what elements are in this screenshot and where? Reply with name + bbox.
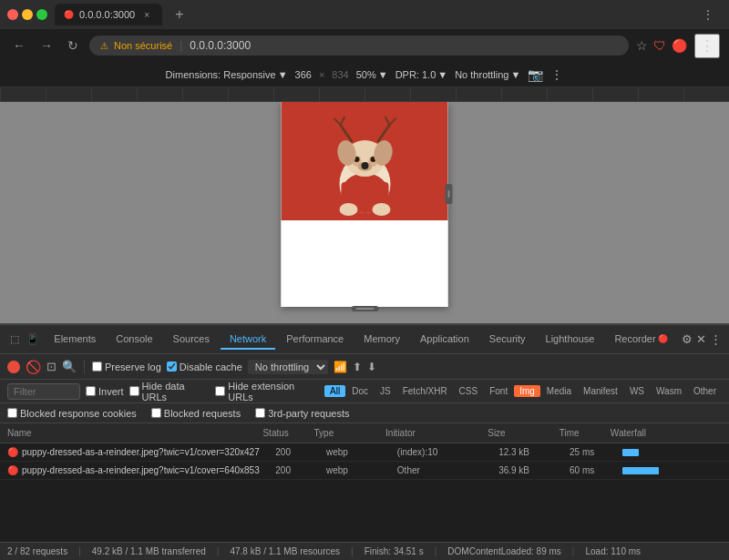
blocked-requests-checkbox[interactable]: Blocked requests	[151, 408, 241, 419]
hide-extension-urls-input[interactable]	[215, 386, 225, 396]
close-button[interactable]	[7, 9, 18, 20]
preserve-log-input[interactable]	[92, 361, 102, 372]
settings-icon[interactable]: ⚙	[682, 332, 693, 346]
back-button[interactable]: ←	[9, 36, 29, 55]
url-text: 0.0.0.0:3000	[190, 39, 251, 52]
zoom-dropdown[interactable]: 50%▼	[356, 69, 388, 80]
filter-input[interactable]	[7, 383, 80, 400]
dimensions-x: ×	[319, 69, 324, 80]
maximize-button[interactable]	[36, 9, 47, 20]
filter-bar: Invert Hide data URLs Hide extension URL…	[0, 380, 729, 403]
forward-button[interactable]: →	[36, 36, 56, 55]
tab-security[interactable]: Security	[480, 330, 535, 350]
inspect-icon[interactable]: ⬚	[7, 332, 22, 347]
tab-recorder[interactable]: Recorder 🔴	[605, 330, 676, 350]
network-table-headers: Name Status Type Initiator Size Time Wat…	[0, 423, 729, 443]
third-party-checkbox[interactable]: 3rd-party requests	[255, 408, 349, 419]
download-icon[interactable]: ⬇	[367, 361, 376, 373]
filter-wasm[interactable]: Wasm	[651, 385, 687, 397]
dimensions-dropdown[interactable]: Dimensions: Responsive ▼	[166, 69, 288, 80]
new-tab-button[interactable]: +	[169, 6, 189, 23]
status-sep5: |	[572, 546, 575, 556]
table-row[interactable]: 🔴 puppy-dressed-as-a-reindeer.jpeg?twic=…	[0, 462, 729, 480]
bookmark-icon[interactable]: ☆	[636, 38, 648, 53]
throttle-dropdown[interactable]: No throttling▼	[455, 69, 520, 80]
browser-tab[interactable]: 🔴 0.0.0.0:3000 ×	[55, 4, 162, 25]
disable-cache-checkbox[interactable]: Disable cache	[167, 361, 242, 372]
row-status: 200	[275, 447, 326, 457]
device-icon[interactable]: 📱	[26, 332, 40, 347]
dimensions-width: 366	[295, 69, 312, 80]
filter-js[interactable]: JS	[375, 385, 396, 397]
devtools-right-icons: ⚙ ✕ ⋮	[682, 332, 722, 346]
blocked-requests-input[interactable]	[151, 408, 161, 418]
invert-input[interactable]	[86, 386, 96, 396]
hide-extension-urls-checkbox[interactable]: Hide extension URLs	[215, 381, 319, 402]
filter-css[interactable]: CSS	[454, 385, 484, 397]
devtools-close-icon[interactable]: ✕	[696, 332, 706, 346]
devtools-tab-icons: ⬚ 📱	[7, 332, 40, 347]
search-icon[interactable]: 🔍	[62, 360, 77, 373]
bottom-handle[interactable]	[351, 306, 378, 311]
filter-font[interactable]: Font	[484, 385, 513, 397]
filter-other[interactable]: Other	[688, 385, 722, 397]
tab-lighthouse[interactable]: Lighthouse	[537, 330, 604, 350]
filter-media[interactable]: Media	[541, 385, 577, 397]
resize-handle[interactable]	[446, 184, 453, 204]
window-menu-icon[interactable]: ⋮	[694, 7, 722, 22]
filter-ws[interactable]: WS	[624, 385, 650, 397]
reload-button[interactable]: ↻	[64, 36, 82, 55]
tab-close-button[interactable]: ×	[140, 8, 153, 21]
devtools-more-icon[interactable]: ⋮	[710, 332, 722, 346]
tab-console[interactable]: Console	[107, 330, 161, 350]
preserve-log-checkbox[interactable]: Preserve log	[92, 361, 161, 372]
zoom-label: 50%	[356, 69, 376, 80]
tab-application[interactable]: Application	[411, 330, 478, 350]
header-time[interactable]: Time	[560, 428, 611, 438]
table-row[interactable]: 🔴 puppy-dressed-as-a-reindeer.jpeg?twic=…	[0, 443, 729, 462]
dog-image-svg	[282, 102, 448, 220]
title-bar: 🔴 0.0.0.0:3000 × + ⋮	[0, 0, 729, 29]
filter-manifest[interactable]: Manifest	[578, 385, 623, 397]
filter-img[interactable]: Img	[514, 385, 540, 397]
tab-elements[interactable]: Elements	[45, 330, 105, 350]
dpr-dropdown[interactable]: DPR: 1.0▼	[395, 69, 448, 80]
invert-checkbox[interactable]: Invert	[86, 386, 124, 397]
header-waterfall[interactable]: Waterfall	[611, 428, 713, 438]
header-status[interactable]: Status	[262, 428, 313, 438]
filter-fetch-xhr[interactable]: Fetch/XHR	[397, 385, 453, 397]
disable-cache-input[interactable]	[167, 361, 177, 372]
waterfall-bar	[622, 467, 659, 474]
throttle-select[interactable]: No throttling	[248, 360, 328, 374]
address-field[interactable]: ⚠ Non sécurisé | 0.0.0.0:3000	[89, 36, 629, 56]
row-type: webp	[326, 465, 397, 475]
tab-network[interactable]: Network	[221, 330, 275, 350]
hide-data-urls-checkbox[interactable]: Hide data URLs	[129, 381, 210, 402]
browser-menu-button[interactable]: ⋮	[694, 34, 720, 58]
minimize-button[interactable]	[22, 9, 33, 20]
clear-icon[interactable]: 🚫	[26, 360, 41, 374]
row-size: 36.9 kB	[498, 465, 570, 475]
filter-doc[interactable]: Doc	[346, 385, 374, 397]
capture-icon[interactable]: 📷	[528, 67, 543, 82]
header-type[interactable]: Type	[314, 428, 386, 438]
tab-performance[interactable]: Performance	[277, 330, 353, 350]
upload-icon[interactable]: ⬆	[353, 361, 362, 373]
tab-sources[interactable]: Sources	[164, 330, 219, 350]
header-name[interactable]: Name	[7, 428, 262, 438]
blocked-response-input[interactable]	[7, 408, 17, 418]
svg-point-19	[340, 203, 358, 216]
filter-icon[interactable]: ⊡	[46, 360, 56, 373]
blocked-response-checkbox[interactable]: Blocked response cookies	[7, 408, 137, 419]
stop-recording-icon[interactable]	[7, 361, 20, 373]
third-party-input[interactable]	[255, 408, 265, 418]
throttle-label: No throttling	[455, 69, 508, 80]
tab-memory[interactable]: Memory	[354, 330, 409, 350]
row-status: 200	[275, 465, 326, 475]
header-initiator[interactable]: Initiator	[385, 428, 488, 438]
more-options-icon[interactable]: ⋮	[550, 67, 563, 82]
header-size[interactable]: Size	[488, 428, 560, 438]
status-sep4: |	[435, 546, 437, 556]
hide-data-urls-input[interactable]	[129, 386, 139, 396]
filter-all[interactable]: All	[324, 385, 345, 397]
